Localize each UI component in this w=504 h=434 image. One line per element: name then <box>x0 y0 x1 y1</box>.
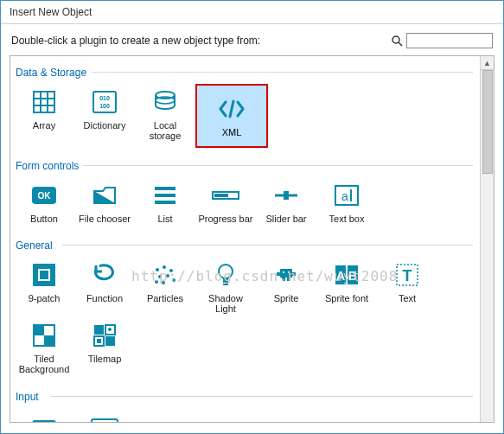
particles-icon <box>150 260 181 290</box>
tile-shadow-light[interactable]: Shadow Light <box>195 257 256 317</box>
keyboard-icon <box>89 412 120 422</box>
folder-icon <box>89 181 120 210</box>
instruction-row: Double-click a plugin to create a new ob… <box>1 24 503 55</box>
tile-label: Text <box>399 293 416 303</box>
svg-rect-65 <box>92 419 118 422</box>
tile-label: Particles <box>147 293 183 303</box>
svg-rect-42 <box>282 278 285 281</box>
tile-tiled-background[interactable]: Tiled Background <box>14 317 74 378</box>
tile-label: Text box <box>329 214 365 224</box>
scroll-thumb[interactable] <box>482 70 493 174</box>
svg-rect-16 <box>155 194 175 197</box>
tile-particles[interactable]: Particles <box>135 257 195 317</box>
binary-icon: 010100 <box>89 87 120 117</box>
sprite-icon <box>271 260 302 290</box>
function-icon <box>89 260 120 290</box>
svg-text:OK: OK <box>38 191 52 201</box>
tile-slider-bar[interactable]: Slider bar <box>256 177 316 227</box>
tile-local-storage[interactable]: Local storage <box>135 84 195 148</box>
tile-text[interactable]: T Text <box>377 257 437 317</box>
svg-point-33 <box>172 278 175 282</box>
svg-rect-21 <box>284 191 289 200</box>
tile-sprite[interactable]: Sprite <box>256 257 316 317</box>
svg-point-35 <box>155 280 158 284</box>
tile-label: Local storage <box>137 120 194 141</box>
ok-icon: OK <box>29 181 60 210</box>
tile-array[interactable]: Array <box>14 84 74 148</box>
svg-rect-60 <box>105 336 115 346</box>
section-header-data-storage: Data & Storage <box>14 63 476 80</box>
scrollbar[interactable]: ▲ <box>480 56 494 422</box>
window-titlebar: Insert New Object <box>1 1 503 24</box>
svg-point-30 <box>169 269 173 272</box>
scroll-up-arrow[interactable]: ▲ <box>481 56 494 70</box>
code-icon <box>216 94 247 124</box>
tile-sprite-font[interactable]: AB Sprite font <box>316 257 377 317</box>
tiles-general: 9-patch Function Particles Shadow Light <box>14 253 476 386</box>
tiles-form-controls: OK Button File chooser List Pr <box>14 174 476 236</box>
tile-xml[interactable]: XML <box>195 84 268 148</box>
tile-tilemap[interactable]: Tilemap <box>74 317 135 378</box>
tile-label: Function <box>86 293 123 303</box>
tile-label: Progress bar <box>199 214 253 224</box>
tile-nine-patch[interactable]: 9-patch <box>14 257 74 317</box>
search-input[interactable] <box>406 33 493 48</box>
tiledbg-icon <box>29 321 60 350</box>
svg-rect-45 <box>288 271 290 273</box>
tile-button[interactable]: OK Button <box>14 177 74 227</box>
search-wrap <box>391 33 493 48</box>
search-icon <box>391 35 403 47</box>
svg-rect-59 <box>97 339 101 343</box>
svg-line-12 <box>230 101 233 117</box>
section-header-general: General <box>14 236 476 253</box>
tile-label: Dictionary <box>84 120 126 131</box>
tile-text-box[interactable]: a Text box <box>316 177 377 227</box>
svg-text:T: T <box>403 267 412 284</box>
tile-progress-bar[interactable]: Progress bar <box>195 177 256 227</box>
tile-label: File chooser <box>79 214 131 224</box>
svg-rect-41 <box>292 272 296 276</box>
svg-point-28 <box>156 268 159 271</box>
svg-rect-55 <box>94 325 104 335</box>
tile-list[interactable]: List <box>135 177 195 227</box>
tile-label: Sprite font <box>325 293 368 303</box>
svg-line-1 <box>399 42 402 46</box>
progress-icon <box>210 181 241 210</box>
tile-label: 9-patch <box>29 293 61 303</box>
svg-rect-2 <box>34 92 54 112</box>
tile-label: Sprite <box>274 293 299 303</box>
tile-label: Shadow Light <box>197 293 254 314</box>
tilemap-icon <box>89 321 120 350</box>
svg-text:100: 100 <box>99 103 110 109</box>
grid-icon <box>29 87 60 117</box>
svg-point-32 <box>166 274 169 278</box>
textbox-icon: a <box>331 181 362 210</box>
tile-label: List <box>157 214 172 224</box>
svg-rect-43 <box>287 278 290 281</box>
svg-rect-37 <box>223 278 228 283</box>
tile-file-chooser[interactable]: File chooser <box>74 177 135 227</box>
tile-label: Tiled Background <box>16 354 73 374</box>
tile-gamepad[interactable] <box>14 408 74 422</box>
tile-dictionary[interactable]: 010100 Dictionary <box>74 84 135 148</box>
svg-rect-53 <box>34 325 44 335</box>
section-header-input: Input <box>14 387 476 405</box>
lightbulb-icon <box>210 260 241 290</box>
tile-label: Slider bar <box>265 214 306 224</box>
svg-text:A: A <box>336 269 345 283</box>
tile-keyboard[interactable] <box>74 408 135 422</box>
instruction-text: Double-click a plugin to create a new ob… <box>11 35 391 47</box>
spritefont-icon: AB <box>331 260 362 290</box>
svg-point-29 <box>163 265 166 269</box>
tile-function[interactable]: Function <box>74 257 135 317</box>
storage-icon <box>150 87 181 117</box>
list-icon <box>150 181 181 210</box>
svg-rect-27 <box>40 271 48 279</box>
svg-rect-15 <box>155 187 175 190</box>
svg-rect-40 <box>277 272 280 276</box>
window-title: Insert New Object <box>10 6 92 18</box>
content-scroll: Data & Storage Array 010100 Dictionary L… <box>10 56 480 422</box>
svg-point-36 <box>219 265 233 278</box>
tile-label: Tilemap <box>88 354 122 364</box>
text-icon: T <box>392 260 423 290</box>
